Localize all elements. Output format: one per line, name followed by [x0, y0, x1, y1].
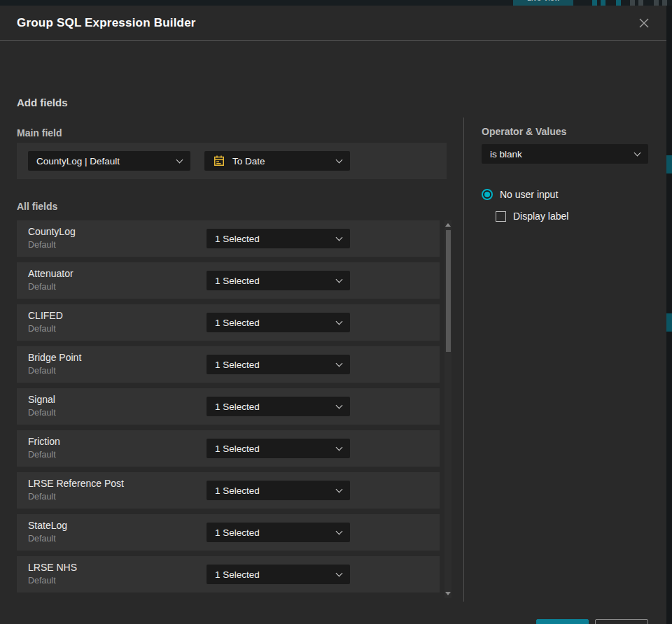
live-view-label: Live View	[527, 0, 560, 2]
calendar-icon	[213, 155, 225, 167]
field-selected-value: 1 Selected	[215, 444, 337, 454]
add-fields-heading: Add fields	[17, 97, 68, 108]
field-selected-value: 1 Selected	[215, 402, 337, 412]
field-selected-value: 1 Selected	[215, 360, 337, 370]
field-name: Attenuator	[28, 268, 74, 279]
field-row-friction: Friction Default 1 Selected	[17, 430, 440, 467]
field-sublabel: Default	[28, 450, 56, 460]
panel-divider	[463, 118, 464, 602]
display-label-text: Display label	[513, 211, 568, 222]
field-sublabel: Default	[28, 576, 56, 586]
field-sublabel: Default	[28, 492, 56, 502]
ok-button[interactable]: OK	[536, 619, 589, 624]
field-row-lrse-nhs: LRSE NHS Default 1 Selected	[17, 556, 440, 593]
field-selected-dropdown[interactable]: 1 Selected	[206, 397, 350, 416]
toolbar-bar-icon	[592, 0, 597, 6]
field-selected-dropdown[interactable]: 1 Selected	[206, 271, 350, 290]
field-name: StateLog	[28, 520, 67, 531]
field-row-bridge-point: Bridge Point Default 1 Selected	[17, 346, 440, 383]
all-fields-label: All fields	[17, 201, 57, 212]
main-field-select-value: CountyLog | Default	[36, 156, 177, 166]
chevron-down-icon	[336, 360, 343, 367]
operator-select[interactable]: is blank	[482, 144, 648, 164]
background-app-sliver	[666, 6, 672, 624]
field-name: CountyLog	[28, 226, 76, 237]
field-sublabel: Default	[28, 240, 56, 250]
main-field-box: CountyLog | Default To Date	[17, 143, 447, 179]
background-accent-segment	[666, 313, 672, 332]
checkbox-unchecked-icon	[496, 211, 506, 222]
field-sublabel: Default	[28, 324, 56, 334]
no-user-input-radio[interactable]: No user input	[482, 189, 558, 200]
scroll-up-icon[interactable]	[445, 223, 451, 227]
dialog-body: Add fields Main field CountyLog | Defaul…	[0, 41, 666, 623]
field-row-statelog: StateLog Default 1 Selected	[17, 514, 440, 551]
chevron-down-icon	[336, 444, 343, 451]
field-sublabel: Default	[28, 534, 56, 544]
toolbar-bar-icon	[638, 0, 643, 6]
field-selected-value: 1 Selected	[215, 234, 337, 244]
toolbar-bar-icon	[601, 0, 606, 6]
field-row-lrse-reference-post: LRSE Reference Post Default 1 Selected	[17, 472, 440, 509]
group-sql-expression-builder-dialog: Group SQL Expression Builder Add fields …	[0, 6, 666, 624]
scroll-down-icon[interactable]	[445, 592, 451, 595]
scrollbar-thumb[interactable]	[446, 230, 451, 352]
field-selected-dropdown[interactable]: 1 Selected	[206, 355, 350, 374]
main-field-select[interactable]: CountyLog | Default	[28, 151, 190, 171]
field-sublabel: Default	[28, 408, 56, 418]
main-field-type-value: To Date	[232, 156, 330, 166]
field-selected-value: 1 Selected	[215, 318, 337, 328]
cancel-button[interactable]: Cancel	[595, 619, 648, 624]
chevron-down-icon	[634, 149, 641, 156]
field-selected-value: 1 Selected	[215, 485, 337, 496]
operator-select-value: is blank	[490, 149, 635, 159]
field-name: CLIFED	[28, 310, 63, 321]
main-field-type-select[interactable]: To Date	[204, 151, 350, 171]
field-selected-value: 1 Selected	[215, 527, 337, 538]
field-name: LRSE NHS	[28, 562, 77, 573]
toolbar-bar-icon	[616, 0, 621, 6]
field-name: LRSE Reference Post	[28, 478, 124, 489]
chevron-down-icon	[336, 569, 343, 576]
field-selected-dropdown[interactable]: 1 Selected	[206, 481, 350, 500]
dialog-header: Group SQL Expression Builder	[0, 6, 666, 41]
field-selected-dropdown[interactable]: 1 Selected	[206, 313, 350, 332]
toolbar-bar-icon	[630, 0, 635, 6]
field-row-clifed: CLIFED Default 1 Selected	[17, 304, 440, 341]
chevron-down-icon	[176, 156, 183, 163]
field-sublabel: Default	[28, 366, 56, 376]
field-selected-value: 1 Selected	[215, 569, 337, 580]
field-sublabel: Default	[28, 282, 56, 292]
chevron-down-icon	[336, 485, 343, 492]
field-selected-dropdown[interactable]: 1 Selected	[206, 565, 350, 584]
chevron-down-icon	[336, 318, 343, 325]
field-name: Signal	[28, 394, 55, 405]
field-name: Bridge Point	[28, 352, 81, 363]
toolbar-bar-icon	[662, 0, 667, 6]
live-view-button[interactable]: Live View	[513, 0, 573, 6]
field-row-attenuator: Attenuator Default 1 Selected	[17, 262, 440, 299]
chevron-down-icon	[336, 156, 343, 163]
chevron-down-icon	[336, 276, 343, 283]
field-row-signal: Signal Default 1 Selected	[17, 388, 440, 425]
background-app-header: Live View	[0, 0, 672, 6]
field-selected-dropdown[interactable]: 1 Selected	[206, 229, 350, 248]
no-user-input-label: No user input	[500, 189, 558, 200]
chevron-down-icon	[336, 234, 343, 241]
chevron-down-icon	[336, 402, 343, 409]
background-accent-segment	[666, 155, 672, 173]
dialog-title: Group SQL Expression Builder	[17, 16, 634, 30]
main-field-label: Main field	[17, 127, 62, 139]
field-row-countylog: CountyLog Default 1 Selected	[17, 220, 440, 257]
field-selected-dropdown[interactable]: 1 Selected	[206, 523, 350, 542]
chevron-down-icon	[336, 527, 343, 534]
field-selected-value: 1 Selected	[215, 276, 337, 286]
field-selected-dropdown[interactable]: 1 Selected	[206, 439, 350, 458]
field-name: Friction	[28, 436, 60, 447]
close-icon	[638, 17, 650, 29]
fields-list-scrollbar[interactable]	[444, 220, 451, 598]
display-label-checkbox[interactable]: Display label	[496, 211, 568, 222]
toolbar-bar-icon	[654, 0, 659, 6]
close-button[interactable]	[634, 13, 654, 33]
radio-selected-icon	[482, 189, 493, 200]
